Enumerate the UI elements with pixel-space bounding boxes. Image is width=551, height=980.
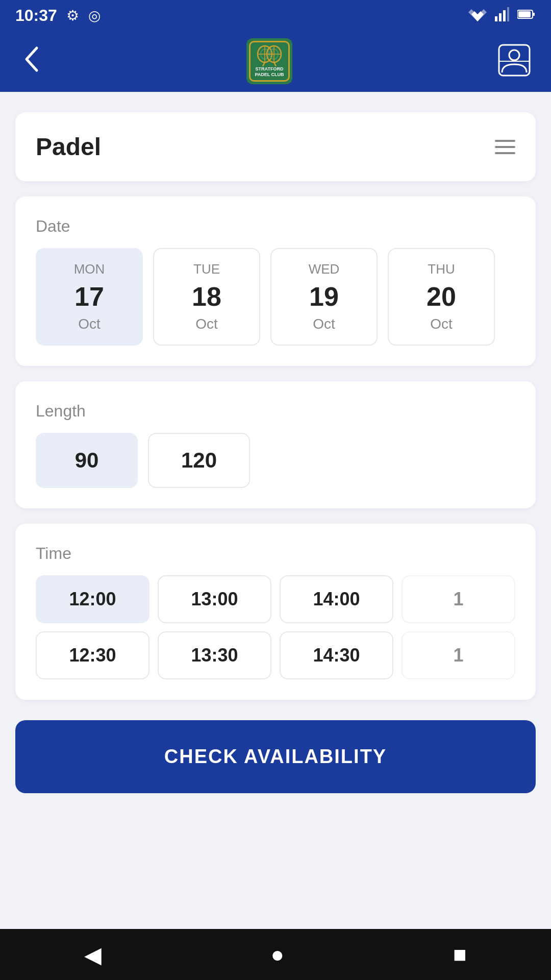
bottom-nav: ◀ ● ■: [0, 929, 551, 980]
back-button[interactable]: [20, 44, 41, 79]
wifi-icon: [468, 7, 487, 23]
svg-rect-5: [507, 7, 509, 21]
date-grid: MON 17 Oct TUE 18 Oct WED 19 Oct THU 20 …: [36, 248, 515, 346]
time-value-1230: 12:30: [69, 645, 116, 666]
date-label: Date: [36, 217, 515, 236]
page-title: Padel: [36, 133, 101, 161]
svg-marker-1: [468, 9, 487, 21]
date-day-1: TUE: [193, 261, 220, 277]
time-card: Time 12:00 13:00 14:00 1 12:30 13:30 14:…: [15, 524, 536, 700]
svg-rect-2: [495, 16, 497, 21]
time-item-1400[interactable]: 14:00: [280, 575, 393, 623]
length-item-90[interactable]: 90: [36, 433, 138, 488]
time-value-1330: 13:30: [191, 645, 238, 666]
time-item-1430[interactable]: 14:30: [280, 631, 393, 679]
svg-point-20: [509, 50, 519, 60]
menu-button[interactable]: [495, 140, 515, 154]
length-card: Length 90 120: [15, 381, 536, 508]
date-num-0: 17: [74, 281, 104, 312]
date-num-2: 19: [309, 281, 339, 312]
battery-icon: [517, 9, 536, 21]
date-day-3: THU: [428, 261, 455, 277]
time-item-1330[interactable]: 13:30: [158, 631, 271, 679]
date-num-1: 18: [192, 281, 221, 312]
status-time: 10:37: [15, 6, 57, 25]
svg-rect-8: [533, 13, 535, 16]
svg-rect-7: [518, 11, 531, 17]
cast-icon: ◎: [88, 7, 101, 24]
time-value-1200: 12:00: [69, 589, 116, 609]
svg-rect-4: [503, 10, 506, 21]
length-value-90: 90: [75, 448, 99, 472]
date-item-wed[interactable]: WED 19 Oct: [270, 248, 378, 346]
date-month-3: Oct: [430, 316, 453, 332]
app-header: STRATFORDPADEL CLUB: [0, 31, 551, 92]
date-day-0: MON: [74, 261, 105, 277]
date-item-thu[interactable]: THU 20 Oct: [388, 248, 495, 346]
nav-back-button[interactable]: ◀: [84, 942, 102, 968]
title-card: Padel: [15, 112, 536, 181]
time-value-partial-2: 1: [453, 645, 463, 666]
time-label: Time: [36, 544, 515, 563]
date-day-2: WED: [309, 261, 340, 277]
status-bar: 10:37 ⚙ ◎: [0, 0, 551, 31]
nav-recents-icon: ■: [453, 942, 467, 967]
date-month-0: Oct: [78, 316, 101, 332]
svg-line-18: [274, 62, 276, 66]
date-month-1: Oct: [195, 316, 218, 332]
date-item-tue[interactable]: TUE 18 Oct: [153, 248, 260, 346]
app-logo: STRATFORDPADEL CLUB: [246, 38, 292, 84]
date-month-2: Oct: [313, 316, 335, 332]
nav-recents-button[interactable]: ■: [453, 942, 467, 967]
check-availability-button[interactable]: CHECK AVAILABILITY: [15, 720, 536, 793]
nav-home-icon: ●: [270, 942, 284, 967]
date-num-3: 20: [427, 281, 456, 312]
settings-icon: ⚙: [66, 7, 79, 24]
time-value-1300: 13:00: [191, 589, 238, 609]
main-content: Padel Date MON 17 Oct TUE 18 Oct WED 19 …: [0, 92, 551, 929]
length-value-120: 120: [181, 448, 217, 472]
time-item-1200[interactable]: 12:00: [36, 575, 149, 623]
status-icons: [468, 7, 536, 23]
date-item-mon[interactable]: MON 17 Oct: [36, 248, 143, 346]
length-item-120[interactable]: 120: [148, 433, 250, 488]
time-item-partial-1[interactable]: 1: [402, 575, 515, 623]
time-value-1400: 14:00: [313, 589, 360, 609]
length-label: Length: [36, 402, 515, 421]
time-item-1300[interactable]: 13:00: [158, 575, 271, 623]
profile-button[interactable]: [498, 44, 531, 79]
time-value-1430: 14:30: [313, 645, 360, 666]
svg-rect-3: [499, 13, 502, 21]
time-grid: 12:00 13:00 14:00 1 12:30 13:30 14:30 1: [36, 575, 515, 679]
signal-icon: [495, 7, 509, 23]
nav-back-icon: ◀: [84, 942, 102, 968]
time-item-1230[interactable]: 12:30: [36, 631, 149, 679]
svg-line-13: [263, 62, 265, 66]
time-item-partial-2[interactable]: 1: [402, 631, 515, 679]
time-value-partial-1: 1: [453, 589, 463, 609]
nav-home-button[interactable]: ●: [270, 942, 284, 967]
date-card: Date MON 17 Oct TUE 18 Oct WED 19 Oct TH…: [15, 197, 536, 366]
length-grid: 90 120: [36, 433, 515, 488]
